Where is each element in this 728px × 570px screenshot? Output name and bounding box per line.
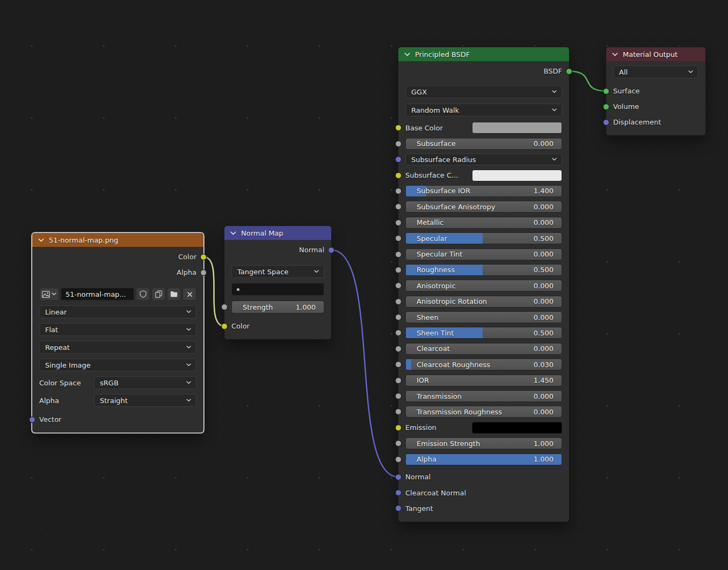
socket-displacement[interactable] [603, 119, 609, 126]
socket-color[interactable] [200, 254, 207, 260]
dropdown-tangent-space[interactable]: Tangent Space [231, 265, 324, 278]
image-name-field[interactable]: 51-normal-map... [61, 288, 134, 301]
socket-bsdf[interactable] [566, 68, 572, 75]
slider-sheen-tint[interactable]: Sheen Tint0.500 [405, 327, 562, 339]
socket-clearcoat[interactable] [395, 346, 402, 352]
socket-volume[interactable] [603, 104, 609, 110]
node-body: AllSurfaceVolumeDisplacement [606, 61, 705, 135]
node-body: NormalTangent SpaceStrength1.000Color [224, 240, 331, 339]
socket-vector[interactable] [29, 416, 35, 423]
color-swatch-base-color[interactable] [472, 122, 562, 134]
slider-label: Anisotropic [406, 282, 534, 290]
socket-subsurface-radius[interactable] [395, 156, 402, 163]
slider-label: Sheen [406, 313, 534, 321]
node-editor-canvas[interactable]: { "editor": { "background": "#1d1d1d", "… [0, 0, 728, 570]
socket-subsurface-ior[interactable] [395, 188, 402, 194]
socket-label: Tangent [405, 505, 433, 513]
socket-normal[interactable] [395, 474, 402, 480]
slider-anisotropic-rotation[interactable]: Anisotropic Rotation0.000 [405, 296, 562, 308]
chevron-down-icon [52, 293, 56, 296]
dropdown-single-image[interactable]: Single Image [39, 359, 196, 371]
unlink-button[interactable] [183, 288, 196, 301]
open-file-button[interactable] [167, 288, 181, 301]
slider-value: 0.000 [534, 250, 562, 258]
socket-sheen[interactable] [395, 314, 402, 320]
slider-strength[interactable]: Strength1.000 [231, 301, 324, 313]
slider-subsurface[interactable]: Subsurface0.000 [405, 138, 562, 150]
dropdown-value: Subsurface Radius [411, 156, 552, 164]
socket-transmission[interactable] [395, 393, 402, 399]
socket-metallic[interactable] [395, 220, 402, 226]
socket-normal[interactable] [328, 247, 334, 253]
slider-anisotropic[interactable]: Anisotropic0.000 [405, 280, 562, 291]
image-browse-button[interactable] [39, 288, 59, 301]
slider-label: Alpha [406, 455, 534, 463]
socket-roughness[interactable] [395, 267, 402, 273]
socket-clearcoat-normal[interactable] [395, 489, 402, 496]
slider-sheen[interactable]: Sheen0.000 [405, 311, 562, 323]
dropdown-ggx[interactable]: GGX [405, 85, 562, 98]
dropdown-flat[interactable]: Flat [39, 323, 196, 336]
socket-alpha[interactable] [395, 456, 402, 463]
socket-subsurface-anisotropy[interactable] [395, 203, 402, 210]
socket-anisotropic-rotation[interactable] [395, 298, 402, 305]
dropdown-random-walk[interactable]: Random Walk [405, 104, 562, 116]
node-title: Principled BSDF [415, 50, 470, 59]
socket-emission-strength[interactable] [395, 440, 402, 447]
dropdown-srgb[interactable]: sRGB [94, 376, 196, 389]
slider-specular[interactable]: Specular0.500 [405, 232, 562, 244]
dropdown-subsurface-radius[interactable]: Subsurface Radius [405, 154, 562, 165]
socket-sheen-tint[interactable] [395, 330, 402, 336]
socket-specular[interactable] [395, 235, 402, 242]
slider-transmission-roughness[interactable]: Transmission Roughness0.000 [405, 406, 562, 418]
slider-subsurface-ior[interactable]: Subsurface IOR1.400 [405, 185, 562, 197]
slider-transmission[interactable]: Transmission0.000 [405, 390, 562, 402]
socket-subsurface[interactable] [395, 141, 402, 147]
chevron-down-icon [552, 90, 557, 93]
node-bsdf: Principled BSDFBSDFGGXRandom WalkBase Co… [398, 47, 570, 522]
socket-label: Alpha [177, 268, 196, 276]
uv-map-field[interactable] [231, 283, 324, 296]
socket-color[interactable] [221, 323, 228, 330]
socket-subsurface-c[interactable] [395, 172, 402, 179]
slider-roughness[interactable]: Roughness0.500 [405, 264, 562, 276]
dropdown-all[interactable]: All [613, 65, 698, 78]
dropdown-repeat[interactable]: Repeat [39, 341, 196, 354]
socket-tangent[interactable] [395, 505, 402, 511]
slider-metallic[interactable]: Metallic0.000 [405, 217, 562, 229]
socket-transmission-roughness[interactable] [395, 408, 402, 415]
slider-value: 0.000 [534, 392, 562, 400]
socket-emission[interactable] [395, 425, 402, 431]
dropdown-linear[interactable]: Linear [39, 305, 196, 318]
slider-value: 0.000 [534, 203, 562, 211]
dropdown-straight[interactable]: Straight [94, 394, 196, 407]
slider-emission-strength[interactable]: Emission Strength1.000 [405, 437, 562, 449]
socket-strength[interactable] [221, 304, 228, 310]
slider-alpha[interactable]: Alpha1.000 [405, 454, 562, 465]
socket-ior[interactable] [395, 377, 402, 384]
slider-value: 1.000 [296, 303, 324, 311]
socket-base-color[interactable] [395, 125, 402, 131]
copy-button[interactable] [151, 288, 165, 301]
dropdown-value: Tangent Space [237, 268, 314, 276]
node-title: Normal Map [241, 229, 283, 237]
socket-anisotropic[interactable] [395, 282, 402, 289]
node-header[interactable]: Principled BSDF [398, 47, 569, 61]
socket-specular-tint[interactable] [395, 251, 402, 258]
socket-clearcoat-roughness[interactable] [395, 361, 402, 368]
node-out: Material OutputAllSurfaceVolumeDisplacem… [606, 47, 706, 136]
slider-clearcoat[interactable]: Clearcoat0.000 [405, 343, 562, 355]
node-header[interactable]: 51-normal-map.png [32, 233, 203, 247]
color-swatch-emission[interactable] [472, 422, 562, 434]
node-header[interactable]: Normal Map [224, 226, 331, 240]
socket-alpha[interactable] [200, 269, 207, 276]
slider-subsurface-anisotropy[interactable]: Subsurface Anisotropy0.000 [405, 201, 562, 213]
color-swatch-subsurface-c[interactable] [472, 170, 562, 181]
slider-clearcoat-roughness[interactable]: Clearcoat Roughness0.030 [405, 359, 562, 370]
slider-ior[interactable]: IOR1.450 [405, 375, 562, 386]
socket-surface[interactable] [603, 88, 609, 94]
fake-user-button[interactable] [136, 288, 150, 301]
slider-specular-tint[interactable]: Specular Tint0.000 [405, 249, 562, 260]
node-header[interactable]: Material Output [606, 47, 705, 61]
field-label: Alpha [39, 397, 94, 405]
